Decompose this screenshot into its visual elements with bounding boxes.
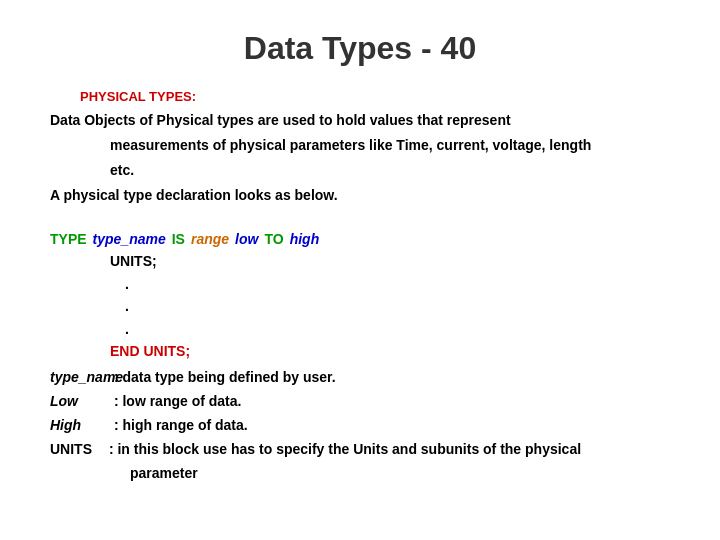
dot-line-2: .	[125, 295, 670, 317]
desc-high-label: High	[50, 414, 110, 438]
keyword-high: high	[290, 228, 320, 250]
code-block: TYPE type_name IS range low TO high UNIT…	[50, 228, 670, 362]
dot-line-3: .	[125, 318, 670, 340]
code-line-1: TYPE type_name IS range low TO high	[50, 228, 670, 250]
desc-high-text: : high range of data.	[114, 417, 248, 433]
keyword-is: IS	[172, 228, 185, 250]
desc-low: Low : low range of data.	[50, 390, 670, 414]
desc-units-text: : in this block use has to specify the U…	[109, 441, 581, 457]
dot-line-1: .	[125, 273, 670, 295]
section-header: PHYSICAL TYPES:	[80, 89, 670, 104]
intro-line3: etc.	[110, 160, 670, 181]
desc-low-text: : low range of data.	[114, 393, 242, 409]
intro-line2: measurements of physical parameters like…	[110, 135, 670, 156]
code-line-end-units: END UNITS;	[110, 340, 670, 362]
intro-line1: Data Objects of Physical types are used …	[50, 110, 670, 131]
desc-units-label: UNITS	[50, 438, 105, 462]
keyword-low: low	[235, 228, 258, 250]
page: Data Types - 40 PHYSICAL TYPES: Data Obj…	[0, 0, 720, 540]
keyword-units: UNITS;	[110, 250, 157, 272]
keyword-range: range	[191, 228, 229, 250]
intro-line4: A physical type declaration looks as bel…	[50, 185, 670, 206]
desc-units-2: parameter	[130, 462, 670, 486]
code-line-units: UNITS;	[110, 250, 670, 272]
description-block: type_name : data type being defined by u…	[50, 366, 670, 485]
keyword-type-name: type_name	[93, 228, 166, 250]
keyword-end-units: END UNITS;	[110, 340, 190, 362]
desc-units: UNITS : in this block use has to specify…	[50, 438, 670, 462]
keyword-type: TYPE	[50, 228, 87, 250]
desc-type-name-label: type_name	[50, 366, 110, 390]
page-title: Data Types - 40	[50, 30, 670, 67]
desc-type-name: type_name : data type being defined by u…	[50, 366, 670, 390]
desc-type-name-text: : data type being defined by user.	[114, 369, 336, 385]
desc-high: High : high range of data.	[50, 414, 670, 438]
keyword-to: TO	[264, 228, 283, 250]
desc-low-label: Low	[50, 390, 110, 414]
